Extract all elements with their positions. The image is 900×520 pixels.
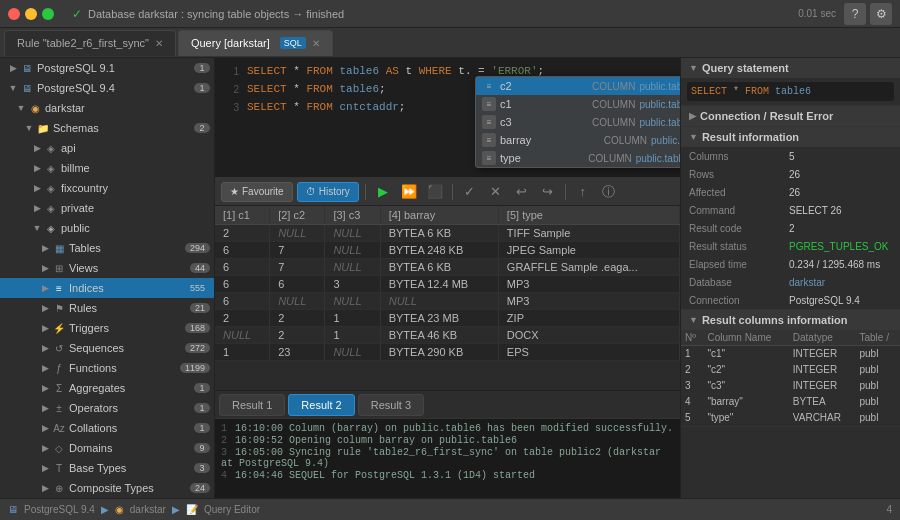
log-num: 1 (221, 423, 227, 434)
cols-info-cell-name: "c1" (703, 346, 788, 362)
close-button[interactable] (8, 8, 20, 20)
result-information-header[interactable]: ▼ Result information (681, 127, 900, 147)
cell-c1: 2 (215, 310, 270, 327)
cell-c2: NULL (270, 293, 325, 310)
favourite-button[interactable]: ★ Favourite (221, 182, 293, 202)
sidebar-item-api[interactable]: ▶ ◈ api (0, 138, 214, 158)
tab-query-close[interactable]: ✕ (312, 38, 320, 49)
info-button[interactable]: ⓘ (598, 182, 620, 202)
col-n-header: Nº (681, 330, 703, 346)
col-header-c3: [3] c3 (325, 206, 380, 225)
sql-text-2: SELECT * FROM table6; (247, 83, 386, 95)
sidebar-item-tables[interactable]: ▶ ▦ Tables 294 (0, 238, 214, 258)
line-num-2: 2 (219, 84, 239, 95)
sidebar-item-schemas[interactable]: ▼ 📁 Schemas 2 (0, 118, 214, 138)
sidebar-item-collations[interactable]: ▶ Az Collations 1 (0, 418, 214, 438)
cols-info-body: 1"c1"INTEGERpubl2"c2"INTEGERpubl3"c3"INT… (681, 346, 900, 426)
result-info-rows: Rows 26 (681, 165, 900, 183)
result-tab-3[interactable]: Result 3 (358, 394, 424, 416)
query-statement-section: ▼ Query statement SELECT * FROM table6 (681, 58, 900, 106)
favourite-label: Favourite (242, 186, 284, 197)
columns-info-header[interactable]: ▼ Result columns information (681, 310, 900, 330)
result-tab-2[interactable]: Result 2 (288, 394, 354, 416)
col-header-c1: [1] c1 (215, 206, 270, 225)
settings-button[interactable]: ⚙ (870, 3, 892, 25)
sidebar-badge-operators: 1 (194, 403, 210, 413)
result-info-code: Result code 2 (681, 219, 900, 237)
tree-arrow-collations: ▶ (40, 423, 50, 433)
col-dt-header: Datatype (789, 330, 856, 346)
check-button[interactable]: ✓ (459, 182, 481, 202)
ac-item-c2[interactable]: ≡ c2 COLUMN public.table6 INTEGER (476, 77, 680, 95)
query-statement-header[interactable]: ▼ Query statement (681, 58, 900, 78)
cols-info-cell-n: 2 (681, 362, 703, 378)
cell-type: MP3 (498, 276, 679, 293)
sidebar-item-functions[interactable]: ▶ ƒ Functions 1199 (0, 358, 214, 378)
sidebar-badge-tables: 294 (185, 243, 210, 253)
tab-rule-close[interactable]: ✕ (155, 38, 163, 49)
sidebar-item-basetypes[interactable]: ▶ T Base Types 3 (0, 458, 214, 478)
cross-button[interactable]: ✕ (485, 182, 507, 202)
command-label: Command (689, 205, 789, 216)
sql-editor[interactable]: 1 SELECT * FROM table6 AS t WHERE t. = '… (215, 58, 680, 178)
sidebar-badge-triggers: 168 (185, 323, 210, 333)
sidebar-item-indices[interactable]: ▶ ≡ Indices 555 (0, 278, 214, 298)
sidebar-item-billme[interactable]: ▶ ◈ billme (0, 158, 214, 178)
tab-rule-label: Rule "table2_r6_first_sync" (17, 37, 149, 49)
result-tab-1[interactable]: Result 1 (219, 394, 285, 416)
minimize-button[interactable] (25, 8, 37, 20)
tree-arrow-billme: ▶ (32, 163, 42, 173)
tab-rule[interactable]: Rule "table2_r6_first_sync" ✕ (4, 30, 176, 56)
sidebar-item-pg94[interactable]: ▼ 🖥 PostgreSQL 9.4 1 (0, 78, 214, 98)
cell-c3: 3 (325, 276, 380, 293)
undo-button[interactable]: ↩ (511, 182, 533, 202)
cell-c2: 2 (270, 310, 325, 327)
sidebar-item-triggers[interactable]: ▶ ⚡ Triggers 168 (0, 318, 214, 338)
sidebar-item-fixcountry[interactable]: ▶ ◈ fixcountry (0, 178, 214, 198)
export-button[interactable]: ↑ (572, 182, 594, 202)
history-button[interactable]: ⏱ History (297, 182, 359, 202)
run-button[interactable]: ▶ (372, 182, 394, 202)
cell-c1: 6 (215, 259, 270, 276)
autocomplete-dropdown[interactable]: ≡ c2 COLUMN public.table6 INTEGER ≡ c1 C… (475, 76, 680, 168)
log-line: 216:09:52 Opening column barray on publi… (221, 435, 674, 446)
cell-c2: NULL (270, 225, 325, 242)
stop-button[interactable]: ⬛ (424, 182, 446, 202)
sidebar-item-aggregates[interactable]: ▶ Σ Aggregates 1 (0, 378, 214, 398)
ac-item-c3[interactable]: ≡ c3 COLUMN public.table6 INTEGER (476, 113, 680, 131)
sidebar-label-operators: Operators (69, 402, 118, 414)
sidebar-item-rules[interactable]: ▶ ⚑ Rules 21 (0, 298, 214, 318)
run-all-button[interactable]: ⏩ (398, 182, 420, 202)
tab-query[interactable]: Query [darkstar] SQL ✕ (178, 30, 333, 56)
log-line: 416:04:46 SEQUEL for PostgreSQL 1.3.1 (1… (221, 470, 674, 481)
sidebar-item-composite[interactable]: ▶ ⊕ Composite Types 24 (0, 478, 214, 498)
line-num-3: 3 (219, 102, 239, 113)
sidebar-item-sequences[interactable]: ▶ ↺ Sequences 272 (0, 338, 214, 358)
sidebar-label-composite: Composite Types (69, 482, 154, 494)
sidebar-item-domains[interactable]: ▶ ◇ Domains 9 (0, 438, 214, 458)
arrow-conn-err: ▶ (689, 111, 696, 121)
redo-button[interactable]: ↪ (537, 182, 559, 202)
sequences-icon: ↺ (52, 341, 66, 355)
cols-info-row: 4"barray"BYTEApubl (681, 394, 900, 410)
ac-item-c1[interactable]: ≡ c1 COLUMN public.table6 INTEGER (476, 95, 680, 113)
connection-error-header[interactable]: ▶ Connection / Result Error (681, 106, 900, 126)
maximize-button[interactable] (42, 8, 54, 20)
cols-info-row: 3"c3"INTEGERpubl (681, 378, 900, 394)
sidebar-item-pg91[interactable]: ▶ 🖥 PostgreSQL 9.1 1 (0, 58, 214, 78)
sidebar-label-billme: billme (61, 162, 90, 174)
cell-type: EPS (498, 344, 679, 361)
results-table-wrap[interactable]: [1] c1 [2] c2 [3] c3 [4] barray [5] type… (215, 206, 680, 390)
help-button[interactable]: ? (844, 3, 866, 25)
sidebar-item-private[interactable]: ▶ ◈ private (0, 198, 214, 218)
tab-bar: Rule "table2_r6_first_sync" ✕ Query [dar… (0, 28, 900, 58)
cell-type: MP3 (498, 293, 679, 310)
sidebar-item-darkstar[interactable]: ▼ ◉ darkstar (0, 98, 214, 118)
sidebar-label-triggers: Triggers (69, 322, 109, 334)
sidebar-item-operators[interactable]: ▶ ± Operators 1 (0, 398, 214, 418)
sidebar-item-public[interactable]: ▼ ◈ public (0, 218, 214, 238)
ac-item-barray[interactable]: ≡ barray COLUMN public.table6 BYTEA (476, 131, 680, 149)
sidebar-item-views[interactable]: ▶ ⊞ Views 44 (0, 258, 214, 278)
ac-item-type[interactable]: ≡ type COLUMN public.table6 VARCHAR (476, 149, 680, 167)
tree-arrow-private: ▶ (32, 203, 42, 213)
